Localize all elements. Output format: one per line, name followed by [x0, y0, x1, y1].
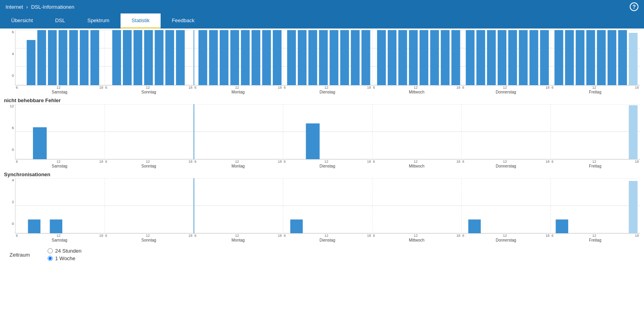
- tab-ubersicht[interactable]: Übersicht: [0, 13, 44, 29]
- svg-rect-62: [618, 30, 627, 85]
- svg-rect-24: [198, 30, 207, 85]
- svg-rect-34: [309, 30, 317, 85]
- svg-rect-20: [144, 30, 153, 85]
- chart1-day-montag: 6 12 18 Montag: [194, 86, 283, 94]
- radio-1woche-label[interactable]: 1 Woche: [55, 255, 75, 261]
- svg-rect-25: [209, 30, 218, 85]
- chart2-bars-svg: [15, 104, 640, 159]
- svg-rect-56: [554, 30, 563, 85]
- radio-24h-input[interactable]: [48, 248, 53, 253]
- radio-group: 24 Stunden 1 Woche: [48, 248, 82, 261]
- svg-rect-33: [298, 30, 307, 85]
- radio-24h-label[interactable]: 24 Stunden: [55, 248, 82, 254]
- chart3-bars-svg: [15, 178, 640, 233]
- chart1-label-mittwoch: Mittwoch: [372, 90, 461, 94]
- chart1-bars-svg: [15, 30, 640, 85]
- svg-rect-37: [340, 30, 349, 85]
- chart1-day-sonntag: 6 12 18 Sonntag: [104, 86, 194, 94]
- svg-rect-43: [409, 30, 418, 85]
- chart1-label-montag: Montag: [194, 90, 282, 94]
- chart1-y-max: 6: [12, 30, 14, 34]
- svg-rect-50: [487, 30, 496, 85]
- svg-rect-40: [377, 30, 386, 85]
- svg-rect-31: [273, 30, 282, 85]
- chart1-axis-row: 6 12 18 Samstag 6 12 18 Sonntag 6 12 18: [4, 86, 640, 94]
- breadcrumb: Internet › DSL-Informationen: [6, 4, 75, 10]
- svg-rect-27: [230, 30, 239, 85]
- svg-rect-32: [287, 30, 296, 85]
- header-bar: Internet › DSL-Informationen ?: [0, 0, 644, 13]
- svg-rect-87: [290, 219, 303, 233]
- chart2-section: nicht behebbare Fehler 12 6 0: [4, 97, 640, 168]
- svg-rect-61: [608, 30, 616, 85]
- chart1-label-donnerstag: Donnerstag: [462, 90, 550, 94]
- chart1-label-samstag: Samstag: [15, 90, 104, 94]
- svg-rect-45: [430, 30, 439, 85]
- chart2-y-max: 12: [10, 104, 14, 108]
- zeitraum-row: Zeitraum 24 Stunden 1 Woche: [10, 248, 634, 261]
- svg-rect-23: [176, 30, 185, 85]
- svg-rect-16: [90, 30, 99, 85]
- svg-rect-58: [576, 30, 585, 85]
- svg-rect-90: [629, 181, 638, 233]
- svg-rect-54: [529, 30, 538, 85]
- svg-rect-19: [134, 30, 142, 85]
- chart1-label-freitag: Freitag: [551, 90, 640, 94]
- chart1-section: 6 4 0: [4, 30, 640, 94]
- chart3-wrapper: 4 2 0: [4, 178, 640, 234]
- svg-rect-35: [319, 30, 328, 85]
- chart3-y-zero: 0: [12, 222, 14, 226]
- chart3-y-axis: 4 2 0: [4, 178, 15, 226]
- svg-rect-30: [262, 30, 271, 85]
- svg-rect-15: [80, 30, 88, 85]
- svg-rect-38: [351, 30, 360, 85]
- svg-rect-13: [59, 30, 67, 85]
- chart2-axis-row: 61218 Samstag 61218 Sonntag 61218 Montag…: [4, 160, 640, 168]
- svg-rect-89: [556, 219, 568, 233]
- chart3-y-mid: 2: [12, 200, 14, 204]
- svg-rect-85: [28, 219, 41, 233]
- svg-rect-73: [33, 127, 47, 159]
- svg-rect-12: [48, 30, 57, 85]
- chart2-y-mid: 6: [12, 126, 14, 130]
- svg-rect-60: [597, 30, 606, 85]
- svg-rect-21: [155, 30, 163, 85]
- svg-rect-75: [629, 105, 638, 159]
- tab-feedback[interactable]: Feedback: [161, 13, 205, 29]
- tab-statistik[interactable]: Statistik: [121, 13, 161, 29]
- svg-rect-47: [451, 30, 460, 85]
- chart2-y-zero: 0: [12, 148, 14, 152]
- breadcrumb-separator: ›: [26, 4, 28, 10]
- tab-spektrum[interactable]: Spektrum: [76, 13, 121, 29]
- svg-rect-11: [37, 30, 46, 85]
- svg-rect-86: [50, 219, 63, 233]
- main-content: 6 4 0: [0, 30, 644, 273]
- radio-1woche[interactable]: 1 Woche: [48, 255, 82, 261]
- help-icon[interactable]: ?: [630, 2, 638, 11]
- radio-24h[interactable]: 24 Stunden: [48, 248, 82, 254]
- svg-rect-46: [441, 30, 450, 85]
- tab-bar: Übersicht DSL Spektrum Statistik Feedbac…: [0, 13, 644, 29]
- chart3-y-max: 4: [12, 178, 14, 182]
- chart1-label-sonntag: Sonntag: [104, 90, 193, 94]
- chart1-y-mid: 4: [12, 52, 14, 56]
- svg-rect-18: [123, 30, 132, 85]
- svg-rect-63: [629, 33, 638, 85]
- chart1-wrapper: 6 4 0: [4, 30, 640, 86]
- svg-rect-53: [519, 30, 527, 85]
- svg-rect-57: [565, 30, 574, 85]
- chart1-day-mittwoch: 6 12 18 Mittwoch: [372, 86, 462, 94]
- chart1-day-donnerstag: 6 12 18 Donnerstag: [462, 86, 551, 94]
- chart2-y-axis: 12 6 0: [4, 104, 15, 152]
- chart3-section: Synchronisationen 4 2 0: [4, 171, 640, 242]
- breadcrumb-internet[interactable]: Internet: [6, 4, 23, 10]
- chart1-day-dienstag: 6 12 18 Dienstag: [283, 86, 372, 94]
- chart2-area: [15, 104, 640, 160]
- svg-rect-26: [220, 30, 228, 85]
- svg-rect-41: [388, 30, 397, 85]
- radio-1woche-input[interactable]: [48, 256, 53, 261]
- zeitraum-label: Zeitraum: [10, 252, 41, 258]
- svg-rect-52: [508, 30, 517, 85]
- svg-rect-39: [362, 30, 370, 85]
- tab-dsl[interactable]: DSL: [44, 13, 76, 29]
